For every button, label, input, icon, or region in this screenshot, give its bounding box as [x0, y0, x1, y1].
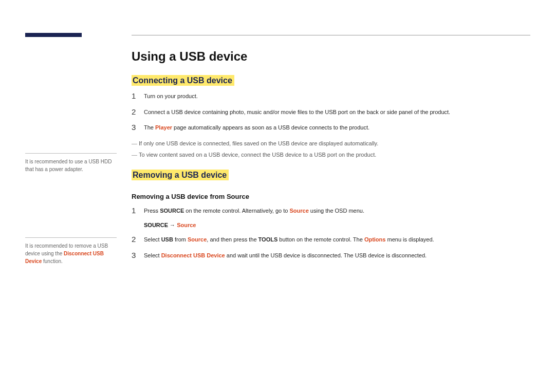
text-frag: on the remote control. Alternatively, go…	[184, 208, 289, 214]
menu-path: SOURCE → Source	[144, 222, 530, 228]
header-rule	[132, 35, 530, 35]
page-title: Using a USB device	[132, 49, 530, 64]
step-text: The Player page automatically appears as…	[144, 123, 369, 132]
text-frag: and wait until the USB device is disconn…	[225, 252, 427, 258]
step-text: Press SOURCE on the remote control. Alte…	[144, 207, 364, 215]
note-text: To view content saved on a USB device, c…	[139, 151, 376, 159]
text-frag: menu is displayed.	[385, 236, 434, 242]
step-text: Connect a USB device containing photo, m…	[144, 108, 450, 117]
header-accent-bar	[25, 33, 82, 37]
step-row: 1 Press SOURCE on the remote control. Al…	[132, 207, 530, 215]
step-number: 3	[132, 123, 144, 132]
note-line: ― If only one USB device is connected, f…	[132, 139, 530, 148]
step-number: 2	[132, 235, 144, 244]
step-number: 2	[132, 108, 144, 117]
sidebar-note-text-post: function.	[42, 258, 63, 264]
step-row: 2 Connect a USB device containing photo,…	[132, 108, 530, 117]
step-number: 3	[132, 251, 144, 260]
heading-removing: Removing a USB device	[132, 170, 229, 180]
section-connecting: Connecting a USB device 1 Turn on your p…	[132, 75, 530, 159]
text-bold: USB	[161, 236, 173, 242]
text-frag: Select	[144, 236, 161, 242]
step-text: Turn on your product.	[144, 92, 198, 101]
step-text: Select Disconnect USB Device and wait un…	[144, 251, 427, 260]
step-text: Select USB from Source, and then press t…	[144, 235, 434, 244]
step-row: 1 Turn on your product.	[132, 92, 530, 101]
text-frag: , and then press the	[207, 236, 258, 242]
step-row: 2 Select USB from Source, and then press…	[132, 235, 530, 244]
step-number: 1	[132, 207, 144, 215]
text-accent: Player	[155, 124, 172, 130]
step-row: 3 The Player page automatically appears …	[132, 123, 530, 132]
text-frag: Press	[144, 208, 160, 214]
sidebar-rule	[25, 237, 117, 238]
text-frag: page automatically appears as soon as a …	[172, 124, 369, 130]
text-accent: Options	[364, 236, 386, 242]
text-frag: button on the remote control. The	[278, 236, 364, 242]
step-number: 1	[132, 92, 144, 101]
text-frag: Select	[144, 252, 161, 258]
sidebar-note-1: It is recommended to use a USB HDD that …	[25, 153, 117, 173]
text-frag: using the OSD menu.	[309, 208, 364, 214]
text-bold: TOOLS	[258, 236, 278, 242]
subheading-removing: Removing a USB device from Source	[132, 193, 530, 200]
text-accent: Source	[188, 236, 207, 242]
section-removing: Removing a USB device Removing a USB dev…	[132, 170, 530, 260]
text-bold: SOURCE	[160, 208, 184, 214]
step-row: 3 Select Disconnect USB Device and wait …	[132, 251, 530, 260]
note-dash-icon: ―	[132, 139, 139, 148]
heading-connecting: Connecting a USB device	[132, 75, 234, 86]
note-dash-icon: ―	[132, 151, 139, 159]
note-line: ― To view content saved on a USB device,…	[132, 151, 530, 159]
text-accent: Disconnect USB Device	[161, 252, 225, 258]
path-pre: SOURCE →	[144, 222, 177, 228]
main-content: Using a USB device Connecting a USB devi…	[132, 49, 530, 270]
text-accent: Source	[290, 208, 309, 214]
sidebar-note-2: It is recommended to remove a USB device…	[25, 237, 117, 265]
text-frag: from	[173, 236, 188, 242]
text-frag: The	[144, 124, 155, 130]
path-accent: Source	[177, 222, 196, 228]
sidebar-rule	[25, 153, 117, 154]
sidebar-note-text: It is recommended to use a USB HDD that …	[25, 159, 112, 172]
note-text: If only one USB device is connected, fil…	[139, 139, 378, 148]
